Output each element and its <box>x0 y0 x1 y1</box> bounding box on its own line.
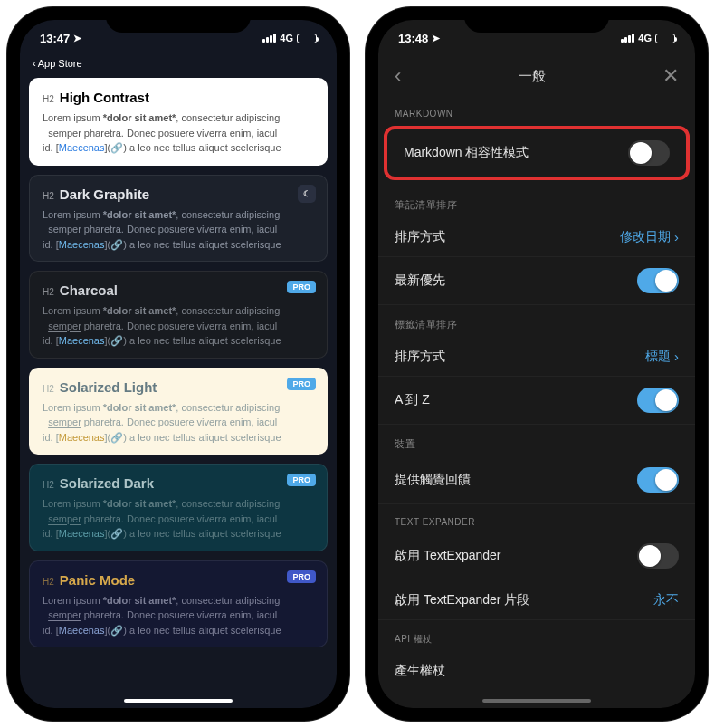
back-button[interactable]: ‹ <box>395 64 401 88</box>
device-notch <box>106 7 251 33</box>
theme-title: H2Solarized Dark <box>43 475 314 491</box>
row-label: 提供觸覺回饋 <box>395 472 471 488</box>
theme-card-charcoal[interactable]: PROH2CharcoalLorem ipsum *dolor sit amet… <box>29 271 328 359</box>
battery-icon <box>297 34 317 43</box>
network-label: 4G <box>280 33 293 43</box>
status-time: 13:47 <box>40 32 70 45</box>
chevron-right-icon: › <box>674 229 679 244</box>
link-icon: 🔗 <box>110 432 123 443</box>
row-label: A 到 Z <box>395 392 430 408</box>
theme-card-solarlight[interactable]: PROH2Solarized LightLorem ipsum *dolor s… <box>29 368 328 455</box>
theme-card-panic[interactable]: PROH2Panic ModeLorem ipsum *dolor sit am… <box>29 560 328 648</box>
row-label: 排序方式 <box>395 349 445 365</box>
section-device: 裝置 <box>378 425 695 456</box>
section-api: API 權杖 <box>378 620 695 651</box>
theme-title: H2High Contrast <box>43 90 314 105</box>
phone-left: 13:47 ➤ 4G ‹ App Store H2High ContrastLo… <box>7 7 349 721</box>
theme-card-solardark[interactable]: PROH2Solarized DarkLorem ipsum *dolor si… <box>29 464 328 551</box>
chevron-right-icon: › <box>674 349 679 364</box>
row-haptic[interactable]: 提供觸覺回饋 <box>378 456 695 504</box>
pro-badge: PRO <box>287 378 316 390</box>
network-label: 4G <box>638 33 652 43</box>
theme-name: Charcoal <box>60 283 118 298</box>
theme-name: High Contrast <box>60 90 149 105</box>
section-tags-sort: 標籤清單排序 <box>378 305 695 337</box>
h2-prefix: H2 <box>43 191 54 201</box>
theme-name: Solarized Dark <box>60 475 154 491</box>
section-notes-sort: 筆記清單排序 <box>378 186 695 217</box>
highlight-markdown-compat: Markdown 相容性模式 <box>384 126 690 180</box>
theme-name: Panic Mode <box>60 572 135 588</box>
theme-card-highcontrast[interactable]: H2High ContrastLorem ipsum *dolor sit am… <box>29 78 328 166</box>
section-textexpander: TEXT EXPANDER <box>378 504 695 532</box>
link-icon: 🔗 <box>110 335 123 346</box>
theme-sample-text: Lorem ipsum *dolor sit amet*, consectetu… <box>43 110 314 156</box>
location-icon: ➤ <box>432 33 440 44</box>
phone-right: 13:48 ➤ 4G ‹ 一般 ✕ MARKDOWN Markdown 相容性模… <box>366 7 708 721</box>
row-label: 啟用 TextExpander <box>395 548 501 564</box>
theme-sample-text: Lorem ipsum *dolor sit amet*, consectetu… <box>43 303 314 349</box>
toggle-markdown-compat[interactable] <box>628 140 670 166</box>
row-markdown-compat[interactable]: Markdown 相容性模式 <box>387 129 686 177</box>
h2-prefix: H2 <box>43 287 54 297</box>
row-label: 啟用 TextExpander 片段 <box>395 592 529 608</box>
link-icon: 🔗 <box>110 239 123 250</box>
theme-title: H2Solarized Light <box>43 379 314 395</box>
row-generate-token[interactable]: 產生權杖 <box>378 651 695 691</box>
theme-list[interactable]: H2High ContrastLorem ipsum *dolor sit am… <box>20 20 337 708</box>
h2-prefix: H2 <box>43 384 54 394</box>
chevron-left-icon: ‹ <box>33 58 36 69</box>
row-label: 產生權杖 <box>395 663 445 679</box>
link-icon: 🔗 <box>110 528 123 539</box>
moon-icon: ☾ <box>298 185 316 203</box>
toggle-haptic[interactable] <box>637 467 679 493</box>
home-indicator[interactable] <box>124 699 233 703</box>
section-markdown: MARKDOWN <box>378 96 695 124</box>
pro-badge: PRO <box>287 570 316 583</box>
row-a-to-z[interactable]: A 到 Z <box>378 377 695 425</box>
location-icon: ➤ <box>73 33 81 44</box>
h2-prefix: H2 <box>43 94 54 104</box>
theme-name: Solarized Light <box>60 379 157 395</box>
nav-title: 一般 <box>519 68 546 85</box>
theme-sample-text: Lorem ipsum *dolor sit amet*, consectetu… <box>43 207 314 253</box>
nav-bar: ‹ 一般 ✕ <box>378 56 695 96</box>
row-label: Markdown 相容性模式 <box>404 145 529 161</box>
row-tags-sort-method[interactable]: 排序方式 標題› <box>378 337 695 377</box>
theme-sample-text: Lorem ipsum *dolor sit amet*, consectetu… <box>43 496 314 541</box>
link-icon: 🔗 <box>110 142 123 153</box>
theme-card-darkgraphite[interactable]: ☾H2Dark GraphiteLorem ipsum *dolor sit a… <box>29 175 328 263</box>
theme-title: H2Dark Graphite <box>43 187 314 202</box>
close-button[interactable]: ✕ <box>662 64 679 88</box>
toggle-a-to-z[interactable] <box>637 388 679 413</box>
theme-title: H2Panic Mode <box>43 572 314 588</box>
link-icon: 🔗 <box>110 625 123 636</box>
device-notch <box>464 7 609 33</box>
battery-icon <box>655 34 675 43</box>
row-newest-first[interactable]: 最新優先 <box>378 257 695 305</box>
theme-sample-text: Lorem ipsum *dolor sit amet*, consectetu… <box>43 593 314 638</box>
row-sort-method[interactable]: 排序方式 修改日期› <box>378 217 695 257</box>
h2-prefix: H2 <box>43 480 54 490</box>
toggle-newest-first[interactable] <box>637 268 679 293</box>
home-indicator[interactable] <box>482 699 591 703</box>
theme-title: H2Charcoal <box>43 283 314 298</box>
screen-settings: 13:48 ➤ 4G ‹ 一般 ✕ MARKDOWN Markdown 相容性模… <box>378 20 695 708</box>
screen-themes: 13:47 ➤ 4G ‹ App Store H2High ContrastLo… <box>20 20 337 708</box>
row-enable-textexpander[interactable]: 啟用 TextExpander <box>378 532 695 580</box>
back-to-appstore[interactable]: ‹ App Store <box>33 58 82 69</box>
toggle-textexpander[interactable] <box>637 543 679 569</box>
pro-badge: PRO <box>287 474 316 486</box>
theme-sample-text: Lorem ipsum *dolor sit amet*, consectetu… <box>43 400 314 445</box>
h2-prefix: H2 <box>43 577 54 587</box>
theme-name: Dark Graphite <box>60 187 149 202</box>
signal-icon <box>262 34 276 43</box>
row-label: 最新優先 <box>395 273 445 289</box>
status-time: 13:48 <box>398 32 428 45</box>
row-textexpander-snippet[interactable]: 啟用 TextExpander 片段 永不 <box>378 580 695 620</box>
row-label: 排序方式 <box>395 229 445 245</box>
signal-icon <box>621 34 634 43</box>
pro-badge: PRO <box>287 281 316 293</box>
